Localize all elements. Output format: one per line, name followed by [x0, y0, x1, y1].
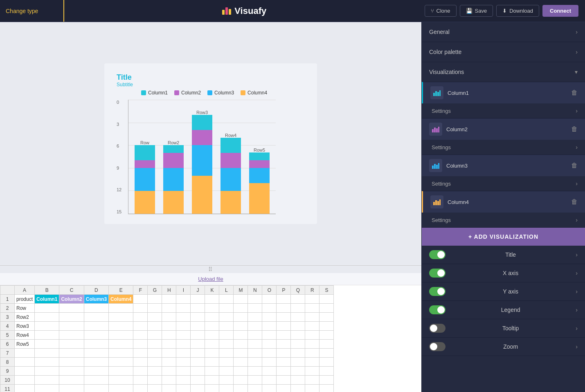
table-row[interactable]: 9 — [0, 367, 334, 376]
delete-col2-button[interactable]: 🗑 — [571, 125, 578, 133]
cell-empty[interactable] — [205, 304, 219, 313]
cell-empty[interactable] — [176, 376, 191, 385]
cell-empty[interactable] — [148, 367, 162, 376]
cell-empty[interactable] — [133, 331, 148, 340]
cell-empty[interactable] — [320, 322, 334, 331]
table-row[interactable]: 7 — [0, 349, 334, 358]
cell-empty[interactable] — [320, 295, 334, 304]
delete-col4-button[interactable]: 🗑 — [571, 198, 578, 206]
cell-empty[interactable] — [262, 331, 277, 340]
cell-empty[interactable] — [205, 340, 219, 349]
toggle-legend-switch[interactable] — [429, 305, 446, 314]
connect-button[interactable]: Connect — [542, 5, 578, 17]
cell-empty[interactable] — [148, 313, 162, 322]
cell-empty[interactable] — [248, 367, 262, 376]
toggle-legend[interactable]: Legend › — [422, 301, 585, 319]
cell-empty[interactable] — [148, 376, 162, 385]
settings-col1[interactable]: Settings › — [422, 103, 585, 118]
cell-empty[interactable] — [191, 331, 205, 340]
cell-d[interactable] — [84, 367, 108, 376]
cell-empty[interactable] — [291, 358, 305, 367]
cell-empty[interactable] — [205, 295, 219, 304]
viz-item-col1[interactable]: Column1 🗑 — [422, 82, 585, 103]
cell-b[interactable]: 2 — [35, 331, 59, 340]
toggle-title-switch[interactable] — [429, 250, 446, 259]
cell-a[interactable] — [15, 358, 35, 367]
cell-d[interactable] — [84, 358, 108, 367]
cell-empty[interactable] — [305, 304, 320, 313]
cell-d[interactable] — [84, 376, 108, 385]
cell-empty[interactable] — [176, 331, 191, 340]
cell-d[interactable] — [84, 385, 108, 392]
cell-e[interactable]: 4 — [109, 304, 133, 313]
cell-empty[interactable] — [219, 331, 234, 340]
cell-c[interactable] — [59, 367, 84, 376]
cell-b[interactable] — [35, 376, 59, 385]
cell-a[interactable]: product — [15, 295, 35, 304]
cell-empty[interactable] — [162, 385, 176, 392]
cell-empty[interactable] — [191, 304, 205, 313]
cell-empty[interactable] — [320, 385, 334, 392]
cell-empty[interactable] — [262, 349, 277, 358]
cell-e[interactable]: 2 — [109, 322, 133, 331]
cell-empty[interactable] — [277, 340, 291, 349]
delete-col3-button[interactable]: 🗑 — [571, 162, 578, 169]
cell-empty[interactable] — [205, 331, 219, 340]
cell-a[interactable] — [15, 376, 35, 385]
cell-e[interactable] — [109, 367, 133, 376]
cell-empty[interactable] — [176, 340, 191, 349]
cell-empty[interactable] — [133, 304, 148, 313]
cell-empty[interactable] — [248, 376, 262, 385]
cell-empty[interactable] — [133, 358, 148, 367]
cell-empty[interactable] — [162, 313, 176, 322]
toggle-tooltip[interactable]: Tooltip › — [422, 319, 585, 338]
cell-empty[interactable] — [205, 358, 219, 367]
cell-empty[interactable] — [262, 385, 277, 392]
cell-empty[interactable] — [148, 322, 162, 331]
toggle-zoom-switch[interactable] — [429, 342, 446, 351]
cell-empty[interactable] — [234, 304, 248, 313]
cell-empty[interactable] — [191, 358, 205, 367]
toggle-y-axis[interactable]: Y axis › — [422, 282, 585, 301]
visualizations-header[interactable]: Visualizations ▾ — [422, 62, 585, 82]
cell-empty[interactable] — [277, 313, 291, 322]
viz-item-col4[interactable]: Column4 🗑 — [422, 191, 585, 213]
cell-empty[interactable] — [176, 349, 191, 358]
cell-empty[interactable] — [277, 367, 291, 376]
cell-empty[interactable] — [191, 349, 205, 358]
toggle-tooltip-switch[interactable] — [429, 324, 446, 333]
cell-empty[interactable] — [262, 322, 277, 331]
cell-empty[interactable] — [234, 376, 248, 385]
color-palette-header[interactable]: Color palette › — [422, 42, 585, 62]
table-row[interactable]: 4Row33452 — [0, 322, 334, 331]
cell-empty[interactable] — [291, 376, 305, 385]
cell-e[interactable] — [109, 385, 133, 392]
cell-empty[interactable] — [320, 349, 334, 358]
cell-d[interactable]: 3 — [84, 340, 108, 349]
cell-e[interactable] — [109, 358, 133, 367]
cell-empty[interactable] — [219, 322, 234, 331]
upload-file-link[interactable]: Upload file — [198, 276, 223, 282]
cell-empty[interactable] — [205, 313, 219, 322]
cell-empty[interactable] — [291, 340, 305, 349]
cell-empty[interactable] — [248, 385, 262, 392]
cell-empty[interactable] — [262, 304, 277, 313]
cell-empty[interactable] — [133, 367, 148, 376]
cell-empty[interactable] — [291, 313, 305, 322]
cell-empty[interactable] — [305, 358, 320, 367]
cell-empty[interactable] — [176, 358, 191, 367]
cell-a[interactable]: Row2 — [15, 313, 35, 322]
cell-empty[interactable] — [262, 376, 277, 385]
cell-d[interactable]: 4 — [84, 313, 108, 322]
cell-empty[interactable] — [219, 367, 234, 376]
cell-empty[interactable] — [320, 376, 334, 385]
cell-empty[interactable] — [176, 385, 191, 392]
cell-empty[interactable] — [219, 385, 234, 392]
cell-a[interactable]: Row5 — [15, 340, 35, 349]
table-row[interactable]: 8 — [0, 358, 334, 367]
cell-empty[interactable] — [234, 322, 248, 331]
cell-a[interactable]: Row — [15, 304, 35, 313]
cell-empty[interactable] — [191, 295, 205, 304]
cell-empty[interactable] — [176, 295, 191, 304]
cell-empty[interactable] — [162, 331, 176, 340]
